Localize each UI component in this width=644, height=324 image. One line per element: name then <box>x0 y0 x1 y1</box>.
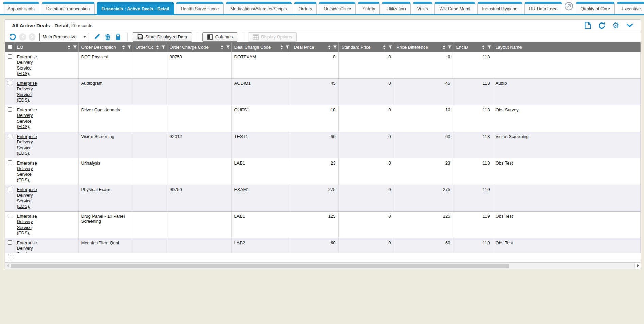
sort-icon[interactable] <box>68 45 70 49</box>
edit-pencil-icon[interactable] <box>93 33 101 41</box>
column-header-order_code[interactable]: Order Code <box>133 42 167 52</box>
filter-funnel-icon[interactable] <box>161 45 165 49</box>
columns-button[interactable]: Columns <box>202 32 237 42</box>
sort-icon[interactable] <box>280 45 283 49</box>
lock-icon[interactable] <box>114 33 122 41</box>
column-label: EO <box>17 45 23 50</box>
column-header-eo[interactable]: EO <box>14 42 78 52</box>
filter-funnel-icon[interactable] <box>333 45 337 49</box>
row-checkbox[interactable] <box>10 255 14 259</box>
column-header-deal_charge_code[interactable]: Deal Charge Code <box>231 42 291 52</box>
new-document-icon[interactable] <box>584 21 592 30</box>
column-header-standard_price[interactable]: Standard Price <box>338 42 394 52</box>
column-header-enc_id[interactable]: EncID <box>453 42 493 52</box>
eo-link[interactable]: Enterprise Delivery Service (EDS), <box>17 134 44 156</box>
refresh-icon[interactable] <box>598 21 606 30</box>
eo-link[interactable]: Enterprise Delivery Service (EDS), <box>17 160 44 183</box>
cell-layout_name: Obs Survey <box>493 105 641 132</box>
row-checkbox[interactable] <box>8 214 12 218</box>
scrollbar-thumb[interactable] <box>11 264 509 268</box>
module-tab-bar: AppointmentsDictation/TranscriptionFinan… <box>0 0 644 15</box>
cell-deal_charge_code: LAB1 <box>231 212 291 238</box>
cell-order_description: Physical Exam <box>78 185 133 212</box>
cell-deal_charge_code: DOTEXAM <box>231 52 291 79</box>
nav-back-icon[interactable] <box>19 33 26 41</box>
tab-orders[interactable]: Orders <box>294 2 317 14</box>
cell-enc_id: 118 <box>453 52 493 79</box>
tab-medications-allergies-scripts[interactable]: Medications/Allergies/Scripts <box>226 2 292 14</box>
tab-executive[interactable]: Executive <box>617 2 644 14</box>
tab-label: Appointments <box>7 6 35 11</box>
tab-safety[interactable]: Safety <box>358 2 380 14</box>
horizontal-scrollbar[interactable] <box>5 262 641 269</box>
cell-order_description: Drug Panel - 10 Panel Screening <box>78 212 133 238</box>
tab-visits[interactable]: Visits <box>413 2 433 14</box>
tab-outside-clinic[interactable]: Outside Clinic <box>319 2 356 14</box>
eo-link[interactable]: Enterprise Delivery Service (EDS), <box>17 187 44 209</box>
cell-enc_id: 119 <box>453 185 493 212</box>
undo-icon[interactable] <box>9 33 17 41</box>
store-displayed-data-button[interactable]: Store Displayed Data <box>133 32 192 42</box>
filter-funnel-icon[interactable] <box>127 45 131 49</box>
scroll-right-arrow-icon[interactable] <box>634 263 641 269</box>
sort-icon[interactable] <box>383 45 386 49</box>
filter-funnel-icon[interactable] <box>448 45 452 49</box>
perspective-select[interactable]: Main Perspective <box>39 33 89 41</box>
filter-funnel-icon[interactable] <box>285 45 290 49</box>
cell-order_code <box>133 52 167 79</box>
scroll-left-arrow-icon[interactable] <box>5 263 11 269</box>
tab-wr-case-mgmt[interactable]: WR Case Mgmt <box>434 2 475 14</box>
row-checkbox[interactable] <box>8 134 12 138</box>
nav-forward-icon[interactable] <box>29 33 36 41</box>
sort-icon[interactable] <box>122 45 125 49</box>
select-all-checkbox[interactable] <box>8 45 12 49</box>
tab-fold-corner <box>220 14 223 15</box>
row-checkbox[interactable] <box>8 187 12 191</box>
row-checkbox[interactable] <box>8 240 12 245</box>
tab-dictation-transcription[interactable]: Dictation/Transcription <box>42 2 95 14</box>
table-row: Enterprise Delivery Service (EDS),Urinal… <box>5 158 641 185</box>
cell-order_charge_code <box>167 105 231 132</box>
cell-price_difference: 275 <box>394 185 453 212</box>
eo-link[interactable]: Enterprise Delivery Service (EDS), <box>17 107 44 129</box>
eo-link[interactable]: Enterprise Delivery Service (EDS), <box>17 54 44 76</box>
column-header-deal_price[interactable]: Deal Price <box>291 42 338 52</box>
column-header-order_charge_code[interactable]: Order Charge Code <box>167 42 231 52</box>
row-checkbox[interactable] <box>8 160 12 165</box>
cell-order_description: Audiogram <box>78 79 133 105</box>
tab-appointments[interactable]: Appointments <box>3 2 39 14</box>
sort-icon[interactable] <box>221 45 224 49</box>
sort-icon[interactable] <box>328 45 331 49</box>
filter-funnel-icon[interactable] <box>73 45 77 49</box>
row-checkbox[interactable] <box>8 107 12 112</box>
eo-link[interactable]: Enterprise Delivery Service (EDS), <box>17 214 44 236</box>
eo-link[interactable]: Enterprise Delivery Service (EDS), <box>17 240 44 253</box>
tab-hr-data-feed[interactable]: HR Data Feed <box>524 2 562 14</box>
column-label: Deal Price <box>294 45 314 50</box>
sort-icon[interactable] <box>156 45 159 49</box>
tab-quality-of-care[interactable]: Quality of Care <box>576 2 615 14</box>
gear-icon[interactable]: ⚙ <box>612 21 620 30</box>
cell-layout_name <box>493 52 641 79</box>
delete-trash-icon[interactable] <box>103 33 112 41</box>
cell-order_code <box>133 212 167 238</box>
tab-industrial-hygiene[interactable]: Industrial Hygiene <box>477 2 522 14</box>
open-in-new-circle-icon[interactable] <box>565 2 573 10</box>
row-checkbox[interactable] <box>8 54 12 59</box>
eo-link[interactable]: Enterprise Delivery Service (EDS), <box>17 81 44 103</box>
tab-financials-active-deals-detail[interactable]: Financials : Active Deals - Detail <box>97 2 174 14</box>
filter-funnel-icon[interactable] <box>388 45 392 49</box>
tab-health-surveillance[interactable]: Health Surveillance <box>176 2 224 14</box>
sort-icon[interactable] <box>482 45 485 49</box>
filter-funnel-icon[interactable] <box>487 45 491 49</box>
column-header-price_difference[interactable]: Price Difference <box>394 42 453 52</box>
cell-enc_id: 118 <box>453 158 493 185</box>
sort-icon[interactable] <box>443 45 445 49</box>
filter-funnel-icon[interactable] <box>226 45 230 49</box>
row-checkbox[interactable] <box>8 81 12 85</box>
collapse-chevron-icon[interactable] <box>626 21 634 30</box>
tab-utilization[interactable]: Utilization <box>382 2 410 14</box>
column-label: Deal Charge Code <box>234 45 271 50</box>
column-header-order_description[interactable]: Order Description <box>78 42 133 52</box>
cell-standard_price: 0 <box>338 132 394 158</box>
